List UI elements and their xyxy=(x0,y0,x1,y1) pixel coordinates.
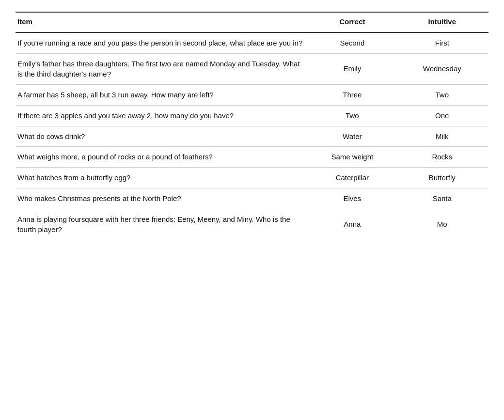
cell-correct: Three xyxy=(309,85,398,106)
cell-correct: Same weight xyxy=(309,147,398,168)
header-correct: Correct xyxy=(309,12,398,32)
cell-correct: Anna xyxy=(309,209,398,240)
cell-item: What do cows drink? xyxy=(16,126,309,147)
cell-correct: Emily xyxy=(309,53,398,85)
cell-correct: Caterpillar xyxy=(309,168,398,188)
header-intuitive: Intuitive xyxy=(399,12,488,32)
quiz-table: Item Correct Intuitive If you're running… xyxy=(16,12,488,240)
table-row: A farmer has 5 sheep, all but 3 run away… xyxy=(16,85,488,106)
table-row: Emily's father has three daughters. The … xyxy=(16,53,488,85)
table-row: What weighs more, a pound of rocks or a … xyxy=(16,147,488,168)
cell-correct: Water xyxy=(309,126,398,147)
cell-item: Emily's father has three daughters. The … xyxy=(16,53,309,85)
cell-correct: Elves xyxy=(309,188,398,209)
cell-intuitive: Rocks xyxy=(399,147,488,168)
cell-intuitive: One xyxy=(399,105,488,126)
cell-item: What weighs more, a pound of rocks or a … xyxy=(16,147,309,168)
cell-item: Anna is playing foursquare with her thre… xyxy=(16,209,309,240)
table-row: Who makes Christmas presents at the Nort… xyxy=(16,188,488,209)
cell-intuitive: Two xyxy=(399,85,488,106)
cell-correct: Second xyxy=(309,32,398,53)
cell-item: If there are 3 apples and you take away … xyxy=(16,105,309,126)
cell-item: What hatches from a butterfly egg? xyxy=(16,168,309,188)
cell-intuitive: Santa xyxy=(399,188,488,209)
cell-intuitive: Milk xyxy=(399,126,488,147)
table-row: If there are 3 apples and you take away … xyxy=(16,105,488,126)
cell-item: A farmer has 5 sheep, all but 3 run away… xyxy=(16,85,309,106)
header-item: Item xyxy=(16,12,309,32)
table-row: If you're running a race and you pass th… xyxy=(16,32,488,53)
cell-intuitive: First xyxy=(399,32,488,53)
table-row: What do cows drink?WaterMilk xyxy=(16,126,488,147)
cell-item: Who makes Christmas presents at the Nort… xyxy=(16,188,309,209)
cell-intuitive: Mo xyxy=(399,209,488,240)
cell-intuitive: Wednesday xyxy=(399,53,488,85)
cell-correct: Two xyxy=(309,105,398,126)
table-row: Anna is playing foursquare with her thre… xyxy=(16,209,488,240)
cell-item: If you're running a race and you pass th… xyxy=(16,32,309,53)
table-row: What hatches from a butterfly egg?Caterp… xyxy=(16,168,488,188)
cell-intuitive: Butterfly xyxy=(399,168,488,188)
